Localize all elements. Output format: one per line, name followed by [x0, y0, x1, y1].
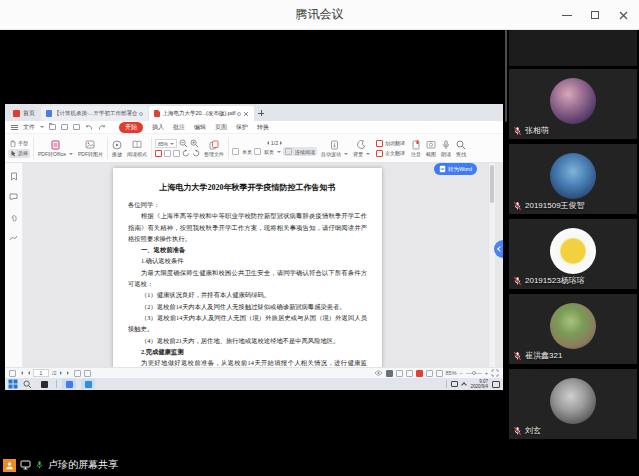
participant-tile[interactable]: 刘玄 [509, 369, 637, 439]
zoom-out-icon[interactable] [179, 139, 188, 148]
wps-home-button[interactable]: 首页 [7, 106, 41, 121]
play-button[interactable]: 播放 [111, 140, 123, 157]
zoom-plus-button[interactable]: + [485, 370, 488, 376]
document-scrollbar[interactable] [488, 163, 495, 367]
convert-to-word-badge[interactable]: 转为Word [434, 163, 477, 175]
pdf-to-image-button[interactable]: PDF转图片 [77, 140, 104, 157]
read-mode-button[interactable]: 阅读模式 [126, 140, 148, 157]
file-menu[interactable]: 文件 [23, 123, 35, 132]
participant-tile-partial[interactable] [509, 30, 637, 66]
double-page-button[interactable]: 双页 [254, 148, 281, 155]
fit-page-icon[interactable] [155, 150, 162, 157]
bookmark-icon[interactable] [10, 172, 18, 181]
full-translate-button[interactable]: 全文翻译 [374, 149, 407, 158]
taskbar-app-wps[interactable] [62, 379, 76, 389]
pdf-to-office-button[interactable]: PDF转Office [37, 140, 74, 157]
pdf-page[interactable]: 上海电力大学2020年秋季开学疫情防控工作告知书 各位同学： 根据《上海市高等学… [113, 168, 382, 367]
prev-page-icon[interactable] [26, 371, 30, 375]
undo-icon[interactable] [85, 124, 93, 131]
ribbon-tab-page[interactable]: 页面 [215, 123, 227, 132]
ribbon-tab-edit[interactable]: 编辑 [194, 123, 206, 132]
panel-toggle-tab[interactable] [494, 240, 503, 258]
participant-tile[interactable]: 20191523杨瑢瑢 [509, 219, 637, 289]
add-page-icon[interactable] [74, 370, 81, 377]
chevron-left-icon [497, 246, 503, 252]
next-page-icon[interactable] [280, 141, 284, 145]
double-page-layout-icon[interactable] [396, 370, 403, 377]
signature-icon[interactable] [9, 234, 18, 242]
actual-size-icon[interactable] [173, 150, 180, 157]
auto-scroll-button[interactable]: 自动滚动 [320, 140, 349, 157]
continuous-read-button[interactable]: 连续阅读 [283, 147, 317, 156]
participants-scrollbar[interactable] [505, 30, 507, 122]
shared-screen[interactable]: 首页 【计算机承接-...开学初工作部署会 上海电力大学20...(发布版).p… [5, 104, 503, 390]
snapshot-button[interactable]: 截图 [425, 140, 437, 157]
fit-window-icon[interactable] [426, 370, 433, 377]
taskbar-app-meeting[interactable] [81, 379, 95, 389]
ribbon-tab-insert[interactable]: 插入 [152, 123, 164, 132]
zoom-in-icon[interactable] [190, 139, 199, 148]
document-tab-1[interactable]: 【计算机承接-...开学初工作部署会 [41, 106, 148, 121]
document-area[interactable]: 上海电力大学2020年秋季开学疫情防控工作告知书 各位同学： 根据《上海市高等学… [23, 163, 503, 367]
single-page-layout-icon[interactable] [386, 370, 393, 377]
organize-file-button[interactable]: 整理文件 [203, 140, 225, 157]
read-aloud-button[interactable]: 朗读 [440, 140, 452, 157]
participant-tile[interactable]: 崔洪鑫321 [509, 294, 637, 364]
eye-protect-icon[interactable] [374, 370, 383, 376]
single-page-button[interactable]: 单页 [232, 148, 252, 155]
rotate-right-icon[interactable] [192, 149, 200, 157]
close-button[interactable] [609, 0, 637, 30]
find-button[interactable]: 查找 [455, 140, 467, 157]
zoom-percent-label[interactable]: 85% [446, 370, 457, 376]
word-translate-button[interactable]: 划词翻译 [374, 139, 407, 148]
zoom-slider-handle[interactable] [472, 371, 476, 375]
ribbon-tab-comment[interactable]: 批注 [173, 123, 185, 132]
page-indicator[interactable]: 1/2 [271, 140, 279, 146]
attachment-icon[interactable] [10, 213, 18, 222]
taskbar-clock[interactable]: 9:07 2020/9/4 [470, 379, 488, 390]
taskbar-app-pinned[interactable] [37, 379, 51, 389]
fit-width-icon[interactable] [164, 150, 171, 157]
action-center-icon[interactable] [492, 381, 500, 388]
print-icon[interactable] [73, 124, 80, 130]
redo-icon[interactable] [98, 124, 106, 131]
next-page-icon[interactable] [60, 371, 64, 375]
select-tool-button[interactable]: 选择 [8, 149, 30, 158]
taskbar-search-icon[interactable] [23, 380, 32, 389]
phonetic-button[interactable]: 注音 [410, 140, 422, 157]
windows-start-icon[interactable] [8, 379, 18, 389]
fit-width-icon[interactable] [436, 370, 443, 377]
ime-indicator-icon[interactable] [451, 381, 458, 387]
zoom-minus-button[interactable]: − [460, 370, 463, 376]
hamburger-icon[interactable] [11, 125, 18, 130]
scrollbar-thumb[interactable] [490, 165, 494, 203]
hidden-icons-chevron[interactable] [462, 382, 468, 388]
ribbon-tab-protect[interactable]: 保护 [236, 123, 248, 132]
open-file-icon[interactable] [49, 124, 56, 130]
last-page-icon[interactable] [67, 371, 71, 375]
play-mode-icon[interactable] [416, 370, 423, 377]
tab-close-icon[interactable] [243, 111, 249, 117]
comment-icon[interactable] [9, 193, 18, 201]
hand-tool-button[interactable]: 手型 [8, 139, 30, 148]
ribbon-tab-start[interactable]: 开始 [119, 122, 143, 133]
background-button[interactable]: 背景 [352, 140, 371, 157]
fullscreen-icon[interactable] [491, 369, 499, 377]
rotate-left-icon[interactable] [182, 149, 190, 157]
page-number-input[interactable]: 1 [33, 369, 49, 377]
participant-tile[interactable]: 20191509王俊智 [509, 144, 637, 214]
participant-tile[interactable]: 张相萌 [509, 69, 637, 139]
zoom-level-select[interactable]: 85% [155, 139, 177, 148]
document-tab-2-active[interactable]: 上海电力大学20...(发布版).pdf [149, 106, 254, 121]
book-layout-icon[interactable] [406, 370, 413, 377]
minimize-button[interactable] [553, 0, 581, 30]
thumbnail-panel-icon[interactable] [9, 370, 16, 377]
ribbon-tab-convert[interactable]: 转换 [257, 123, 269, 132]
maximize-button[interactable] [581, 0, 609, 30]
remove-page-icon[interactable] [84, 370, 91, 377]
zoom-slider[interactable] [466, 373, 482, 374]
first-page-icon[interactable] [19, 371, 23, 375]
prev-page-icon[interactable] [265, 141, 269, 145]
new-tab-button[interactable] [255, 106, 267, 121]
save-icon[interactable] [61, 124, 68, 130]
